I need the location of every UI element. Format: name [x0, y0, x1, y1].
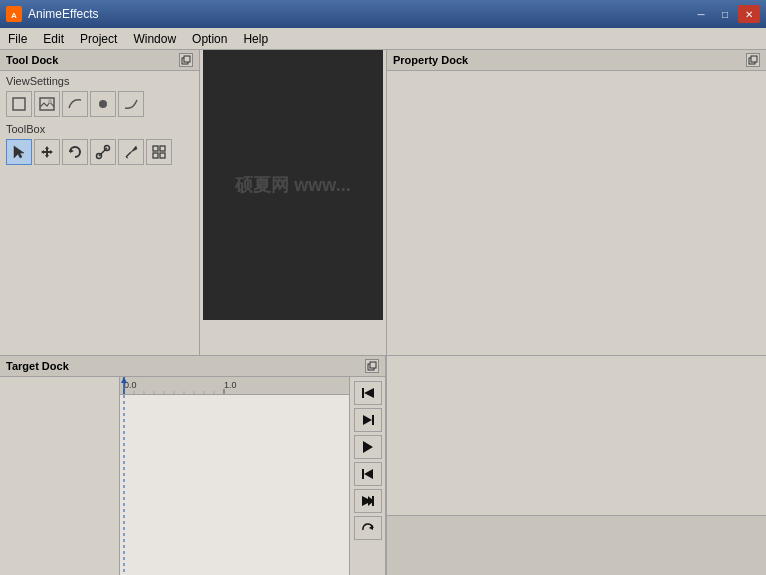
tool-view-curve[interactable] — [62, 91, 88, 117]
right-bottom-lower — [387, 515, 766, 575]
ruler: 0.0 1.0 — [120, 377, 349, 395]
svg-rect-19 — [153, 153, 158, 158]
tool-dock: Tool Dock ViewSettings — [0, 50, 200, 355]
menu-bar: File Edit Project Window Option Help — [0, 28, 766, 50]
playback-controls — [349, 377, 385, 575]
timeline-area: 0.0 1.0 — [0, 377, 385, 575]
svg-point-6 — [48, 99, 52, 103]
svg-rect-39 — [362, 388, 364, 398]
title-text: AnimeEffects — [28, 7, 98, 21]
svg-rect-44 — [362, 469, 364, 479]
tool-dock-title: Tool Dock — [6, 54, 58, 66]
menu-file[interactable]: File — [0, 28, 35, 49]
svg-marker-45 — [364, 469, 373, 479]
svg-point-7 — [99, 100, 107, 108]
svg-rect-20 — [160, 153, 165, 158]
target-dock: Target Dock 0.0 1.0 — [0, 356, 386, 575]
menu-help[interactable]: Help — [235, 28, 276, 49]
menu-project[interactable]: Project — [72, 28, 125, 49]
svg-rect-4 — [13, 98, 25, 110]
bottom-area: Target Dock 0.0 1.0 — [0, 355, 766, 575]
tool-grid[interactable] — [146, 139, 172, 165]
tool-select[interactable] — [6, 139, 32, 165]
svg-marker-14 — [131, 146, 137, 152]
minimize-button[interactable]: ─ — [690, 5, 712, 23]
tool-view-dot[interactable] — [90, 91, 116, 117]
title-bar-left: A AnimeEffects — [6, 6, 98, 22]
tool-dock-header: Tool Dock — [0, 50, 199, 71]
target-dock-header: Target Dock — [0, 356, 385, 377]
right-bottom-panel — [386, 356, 766, 575]
tool-move[interactable] — [34, 139, 60, 165]
top-area: Tool Dock ViewSettings — [0, 50, 766, 355]
svg-rect-17 — [153, 146, 158, 151]
tool-dock-float-btn[interactable] — [179, 53, 193, 67]
menu-edit[interactable]: Edit — [35, 28, 72, 49]
property-dock-header: Property Dock — [387, 50, 766, 71]
maximize-button[interactable]: □ — [714, 5, 736, 23]
tool-bone[interactable] — [90, 139, 116, 165]
right-bottom-inner — [387, 356, 766, 515]
view-settings-tools — [0, 89, 199, 119]
view-settings-label: ViewSettings — [0, 71, 199, 89]
close-button[interactable]: ✕ — [738, 5, 760, 23]
svg-marker-9 — [41, 146, 53, 158]
timeline-left — [0, 377, 120, 575]
svg-line-11 — [99, 148, 107, 156]
prev-frame-button[interactable] — [354, 408, 382, 432]
svg-rect-22 — [751, 56, 757, 62]
play-button[interactable] — [354, 435, 382, 459]
skip-end-button[interactable] — [354, 489, 382, 513]
timeline-tracks — [120, 395, 349, 575]
toolbox-tools — [0, 137, 199, 167]
svg-marker-42 — [363, 415, 372, 425]
svg-rect-3 — [184, 56, 190, 62]
menu-option[interactable]: Option — [184, 28, 235, 49]
tool-view-arc[interactable] — [118, 91, 144, 117]
skip-start-button[interactable] — [354, 381, 382, 405]
property-dock-float-btn[interactable] — [746, 53, 760, 67]
canvas-area: 硕夏网 www... — [200, 50, 386, 355]
tool-rotate[interactable] — [62, 139, 88, 165]
timeline-right: 0.0 1.0 — [120, 377, 349, 575]
main-area: Tool Dock ViewSettings — [0, 50, 766, 575]
svg-marker-10 — [70, 149, 74, 153]
menu-window[interactable]: Window — [125, 28, 184, 49]
window-controls: ─ □ ✕ — [690, 5, 760, 23]
canvas-watermark: 硕夏网 www... — [235, 173, 350, 197]
svg-marker-40 — [364, 388, 374, 398]
svg-rect-41 — [372, 415, 374, 425]
property-dock: Property Dock — [386, 50, 766, 355]
svg-line-15 — [126, 152, 131, 157]
svg-marker-37 — [121, 377, 127, 383]
canvas: 硕夏网 www... — [203, 50, 383, 320]
loop-button[interactable] — [354, 516, 382, 540]
svg-marker-8 — [14, 146, 24, 158]
target-dock-float-btn[interactable] — [365, 359, 379, 373]
svg-line-16 — [126, 157, 128, 158]
next-frame-button[interactable] — [354, 462, 382, 486]
tool-pen[interactable] — [118, 139, 144, 165]
svg-text:A: A — [11, 11, 17, 20]
tool-view-box[interactable] — [6, 91, 32, 117]
target-dock-title: Target Dock — [6, 360, 69, 372]
tool-view-image[interactable] — [34, 91, 60, 117]
svg-marker-43 — [363, 441, 373, 453]
property-dock-title: Property Dock — [393, 54, 468, 66]
app-icon: A — [6, 6, 22, 22]
svg-rect-18 — [160, 146, 165, 151]
svg-rect-24 — [370, 362, 376, 368]
toolbox-label: ToolBox — [0, 119, 199, 137]
title-bar: A AnimeEffects ─ □ ✕ — [0, 0, 766, 28]
